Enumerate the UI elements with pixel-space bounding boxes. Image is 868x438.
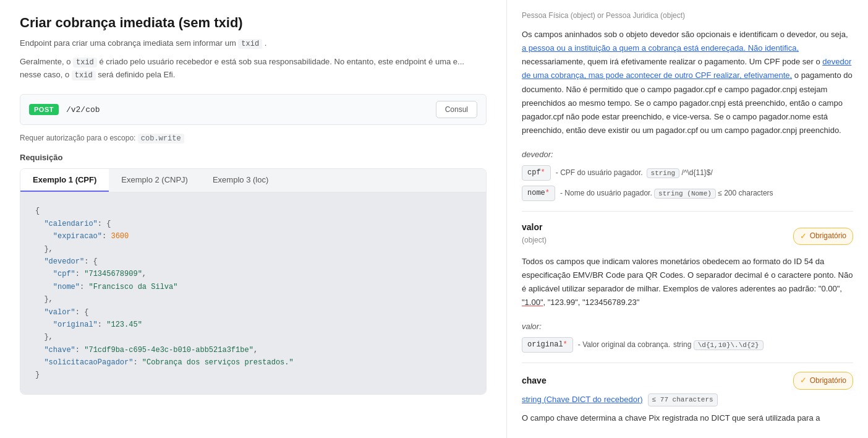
tab-loc[interactable]: Exemplo 3 (loc) <box>200 169 281 192</box>
consult-button[interactable]: Consul <box>436 101 477 118</box>
cpf-desc: - CPF do usuário pagador.string /^\d{11}… <box>556 167 713 179</box>
cpf-type: string <box>647 168 680 178</box>
tab-cpf[interactable]: Exemplo 1 (CPF) <box>20 169 109 192</box>
code-block: { "calendario": { "expiracao": 3600 }, "… <box>20 192 486 393</box>
cpf-pattern: /^\d{11}$/ <box>682 168 713 177</box>
valor-title-group: valor (object) <box>522 220 547 252</box>
subtitle: Endpoint para criar uma cobrança imediat… <box>20 38 487 48</box>
original-field-row: original* - Valor original da cobrança.s… <box>522 337 853 353</box>
valor-obrigatorio-badge: ✓ Obrigatório <box>793 228 853 246</box>
code-line-11: }, <box>35 331 471 343</box>
original-type: string <box>673 340 691 349</box>
scope-row: Requer autorização para o escopo: cob.wr… <box>20 134 487 143</box>
code-line-2: "calendario": { <box>35 218 471 230</box>
endpoint-path: /v2/cob <box>66 105 428 114</box>
nome-badge: nome* <box>522 186 555 201</box>
txid-code3: txid <box>72 71 96 80</box>
valor-title: valor <box>522 220 547 234</box>
page-title: Criar cobrança imediata (sem txid) <box>20 15 487 31</box>
example-tabs-container: Exemplo 1 (CPF) Exemplo 2 (CNPJ) Exemplo… <box>20 168 487 394</box>
chave-title: chave <box>522 374 547 387</box>
devedor-section: devedor: cpf* - CPF do usuário pagador.s… <box>522 148 853 201</box>
chave-obrigatorio-badge: ✓ Obrigatório <box>793 372 853 390</box>
valor-subtitle: (object) <box>522 234 547 246</box>
code-line-14: } <box>35 369 471 381</box>
nome-desc: - Nome do usuário pagador. string (Nome)… <box>560 187 773 200</box>
cpf-required-star: * <box>541 168 545 177</box>
chave-section-header: chave ✓ Obrigatório <box>522 372 853 390</box>
left-panel: Criar cobrança imediata (sem txid) Endpo… <box>0 0 507 438</box>
example-tabs: Exemplo 1 (CPF) Exemplo 2 (CNPJ) Exemplo… <box>20 169 486 192</box>
valor-description: Todos os campos que indicam valores mone… <box>522 255 853 309</box>
valor-label: valor: <box>522 320 853 333</box>
txid-code-inline: txid <box>238 39 262 49</box>
code-line-5: "devedor": { <box>35 256 471 268</box>
divider-1 <box>522 211 853 212</box>
code-line-1: { <box>35 205 471 217</box>
original-desc: - Valor original da cobrança.string \d{1… <box>578 339 764 351</box>
code-line-9: "valor": { <box>35 306 471 319</box>
endpoint-bar: POST /v2/cob Consul <box>20 94 487 125</box>
valor-example-100: "1.00" <box>522 298 543 307</box>
chave-constraint: ≤ 77 characters <box>648 393 718 407</box>
chave-check-icon: ✓ <box>800 374 807 387</box>
code-line-3: "expiracao": 3600 <box>35 230 471 243</box>
code-line-10: "original": "123.45" <box>35 319 471 331</box>
code-line-7: "nome": "Francisco da Silva" <box>35 281 471 293</box>
valor-section: valor (object) ✓ Obrigatório Todos os ca… <box>522 220 853 353</box>
code-line-6: "cpf": "71345678909", <box>35 268 471 280</box>
chave-type-text[interactable]: string (Chave DICT do recebedor) <box>522 393 643 406</box>
tab-cnpj[interactable]: Exemplo 2 (CNPJ) <box>109 169 200 192</box>
chave-type-row: string (Chave DICT do recebedor) ≤ 77 ch… <box>522 393 853 407</box>
devedor-label: devedor: <box>522 148 853 161</box>
nome-required-star: * <box>545 189 550 197</box>
code-line-12: "chave": "71cdf9ba-c695-4e3c-b010-abb521… <box>35 344 471 356</box>
nome-type: string (Nome) <box>654 189 716 199</box>
requisition-label: Requisição <box>20 153 487 162</box>
code-line-4: }, <box>35 243 471 256</box>
highlight-link-2: devedor de uma cobrança, mas pode aconte… <box>522 57 851 80</box>
highlight-link-1: a pessoa ou a instituição a quem a cobra… <box>522 43 799 53</box>
original-badge: original* <box>522 337 573 353</box>
scope-value: cob.write <box>138 134 184 144</box>
nome-field-row: nome* - Nome do usuário pagador. string … <box>522 186 853 201</box>
characters-label: characters <box>739 189 773 197</box>
original-required-star: * <box>563 340 568 349</box>
breadcrumb-type: Pessoa Física (object) or Pessoa Juridic… <box>522 10 853 22</box>
cpf-field-row: cpf* - CPF do usuário pagador.string /^\… <box>522 165 853 181</box>
valor-badge-label: Obrigatório <box>810 230 846 242</box>
code-line-8: }, <box>35 293 471 306</box>
right-panel: Pessoa Física (object) or Pessoa Juridic… <box>507 0 868 438</box>
check-icon: ✓ <box>800 230 807 243</box>
cpf-badge: cpf* <box>522 165 551 181</box>
original-pattern: \d{1,10}\.\d{2} <box>694 340 764 350</box>
description: Geralmente, o txid é criado pelo usuário… <box>20 56 487 82</box>
chave-description: O campo chave determina a chave Pix regi… <box>522 411 853 425</box>
txid-code2: txid <box>73 58 97 67</box>
method-badge: POST <box>29 104 59 115</box>
intro-description: Os campos aninhados sob o objeto devedor… <box>522 28 853 137</box>
chave-section: chave ✓ Obrigatório string (Chave DICT d… <box>522 372 853 425</box>
scope-label: Requer autorização para o escopo: <box>20 134 135 142</box>
code-line-13: "solicitacaoPagador": "Cobrança dos serv… <box>35 356 471 369</box>
divider-2 <box>522 363 853 363</box>
valor-section-header: valor (object) ✓ Obrigatório <box>522 220 853 252</box>
chave-badge-label: Obrigatório <box>810 375 846 387</box>
